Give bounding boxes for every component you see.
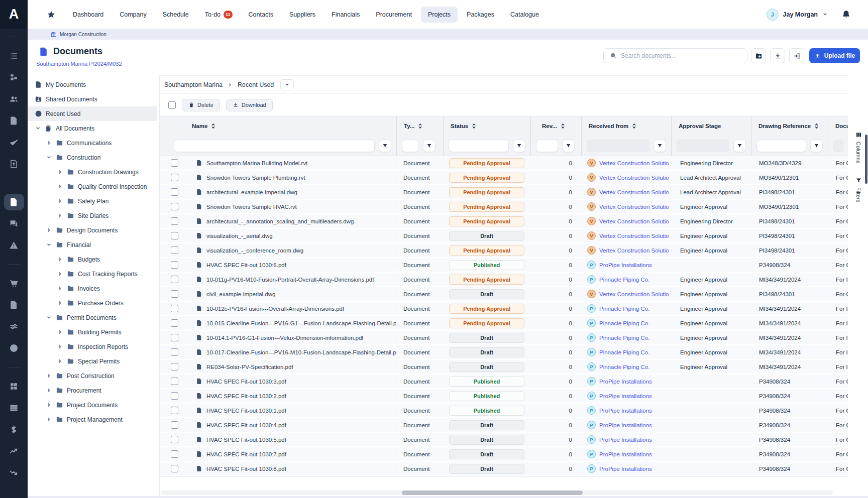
row-checkbox[interactable] [171, 232, 178, 239]
rail-item-trend-down[interactable] [0, 462, 28, 483]
table-row[interactable]: visualization_-_conference_room.dwg Docu… [160, 243, 848, 258]
breadcrumb-parent[interactable]: Southampton Marina [164, 81, 223, 88]
row-checkbox[interactable] [171, 305, 178, 312]
vendor-link[interactable]: ProPipe Installations [599, 379, 652, 385]
vendor-link[interactable]: Pinnacle Piping Co. [599, 277, 649, 283]
file-name[interactable]: 10-017-Clearline-Fusion---PV16-M10-Fusio… [206, 349, 396, 355]
sort-icon[interactable] [560, 122, 566, 130]
download-all-button[interactable] [770, 48, 785, 63]
sort-icon[interactable] [631, 122, 637, 130]
filter-input[interactable] [833, 140, 843, 152]
row-checkbox[interactable] [171, 261, 178, 269]
rail-item-file-upload[interactable] [0, 153, 28, 175]
table-row[interactable]: HVAC SPEC Fit-out 1030:2.pdf Document Pu… [160, 389, 848, 404]
nav-item-procurement[interactable]: Procurement [369, 7, 419, 23]
rail-item-grid[interactable] [0, 376, 28, 397]
tree-item-special-permits[interactable]: Special Permits [28, 354, 157, 368]
filter-funnel-button[interactable] [810, 140, 823, 152]
tree-item-safety-plan[interactable]: Safety Plan [28, 194, 157, 208]
row-checkbox[interactable] [171, 465, 178, 472]
table-row[interactable]: HVAC SPEC Fit-out 1030:6.pdf Document Pu… [160, 258, 848, 273]
file-name[interactable]: 10-014.1-PV16-G1-Fusion---Velux-Dimensio… [206, 335, 364, 341]
file-name[interactable]: architectural_-_annotation_scaling_and_m… [206, 218, 354, 224]
rail-item-doc[interactable] [0, 191, 28, 213]
vendor-link[interactable]: ProPipe Installations [599, 466, 652, 472]
sort-icon[interactable] [210, 122, 216, 130]
tree-item-invoices[interactable]: Invoices [28, 281, 157, 296]
row-checkbox[interactable] [171, 450, 178, 458]
tree-item-all-documents[interactable]: All Documents [28, 121, 157, 136]
row-checkbox[interactable] [171, 363, 178, 370]
export-button[interactable] [789, 48, 804, 63]
vendor-link[interactable]: Vertex Construction Solutions [599, 175, 669, 181]
download-button[interactable]: Download [226, 99, 273, 111]
nav-item-financials[interactable]: Financials [324, 7, 367, 23]
vendor-link[interactable]: ProPipe Installations [599, 393, 652, 399]
rail-item-clock[interactable] [0, 337, 28, 359]
row-checkbox[interactable] [171, 159, 178, 167]
filter-funnel-button[interactable] [733, 140, 746, 152]
vendor-link[interactable]: Pinnacle Piping Co. [599, 349, 649, 355]
file-name[interactable]: HVAC SPEC Fit-out 1030:5.pdf [206, 437, 286, 443]
user-menu[interactable]: J Jay Morgan [767, 9, 828, 21]
table-row[interactable]: HVAC SPEC Fit-out 1030:4.pdf Document Dr… [160, 418, 848, 433]
table-row[interactable]: HVAC SPEC Fit-out 1030:3.pdf Document Pu… [160, 375, 848, 389]
column-header-name[interactable]: Name [189, 116, 396, 136]
vendor-link[interactable]: Vertex Construction Solutions [599, 233, 669, 239]
rail-item-dollar[interactable] [0, 419, 28, 440]
tree-item-site-diaries[interactable]: Site Diaries [28, 208, 157, 223]
file-name[interactable]: RE034-Solar-PV-Specification.pdf [206, 364, 293, 370]
file-name[interactable]: Southampton Marina Building Model.rvt [206, 160, 307, 166]
filter-funnel-button[interactable] [379, 140, 391, 152]
row-checkbox[interactable] [171, 276, 178, 283]
row-checkbox[interactable] [171, 246, 178, 254]
tree-item-purchase-orders[interactable]: Purchase Orders [28, 296, 157, 310]
file-name[interactable]: 10-011g-PV16-M10-Fusion-Portrait-Overall… [206, 277, 374, 283]
filter-input[interactable] [402, 140, 419, 152]
vendor-link[interactable]: Vertex Construction Solutions [599, 204, 669, 210]
breadcrumb-current[interactable]: Recent Used [238, 81, 274, 88]
nav-item-to-do[interactable]: To-do 11 [198, 6, 240, 23]
nav-item-schedule[interactable]: Schedule [156, 7, 196, 23]
rail-item-check[interactable] [0, 132, 28, 153]
sort-icon[interactable] [471, 122, 477, 130]
table-row[interactable]: HVAC SPEC Fit-out 1030:1.pdf Document Pu… [160, 404, 848, 418]
tree-item-design-documents[interactable]: Design Documents [28, 223, 157, 237]
row-checkbox[interactable] [171, 334, 178, 341]
row-checkbox[interactable] [171, 174, 178, 181]
file-name[interactable]: civil_example-imperial.dwg [206, 291, 275, 297]
table-row[interactable]: 10-015-Clearline-Fusion---PV16-G1---Fusi… [160, 316, 848, 331]
column-header-received-from[interactable]: Received from [581, 116, 671, 136]
filter-input[interactable] [449, 140, 509, 152]
vendor-link[interactable]: ProPipe Installations [599, 262, 652, 268]
nav-item-catalogue[interactable]: Catalogue [503, 7, 546, 23]
vendor-link[interactable]: Vertex Construction Solutions [599, 247, 669, 254]
tree-item-project-management[interactable]: Project Management [28, 412, 157, 427]
filter-input[interactable] [587, 140, 649, 152]
project-link[interactable]: Southampton Marina P/2024/M032 [36, 61, 122, 67]
table-row[interactable]: visualization_-_aerial.dwg Document Draf… [160, 229, 848, 243]
delete-button[interactable]: Delete [182, 99, 220, 111]
tree-item-construction[interactable]: Construction [28, 150, 157, 165]
vendor-link[interactable]: Pinnacle Piping Co. [599, 335, 649, 341]
vendor-link[interactable]: Vertex Construction Solutions [599, 291, 669, 297]
row-checkbox[interactable] [171, 407, 178, 414]
select-all-checkbox[interactable] [168, 101, 176, 109]
filter-input[interactable] [756, 140, 806, 152]
file-name[interactable]: 10-015-Clearline-Fusion---PV16-G1---Fusi… [206, 320, 396, 326]
tree-item-shared-documents[interactable]: Shared Documents [28, 92, 157, 106]
file-name[interactable]: visualization_-_conference_room.dwg [206, 247, 303, 254]
vendor-link[interactable]: Pinnacle Piping Co. [599, 306, 649, 312]
file-name[interactable]: HVAC SPEC Fit-out 1030:8.pdf [206, 466, 286, 472]
file-name[interactable]: HVAC SPEC Fit-out 1030:3.pdf [206, 379, 286, 385]
nav-item-suppliers[interactable]: Suppliers [282, 7, 322, 23]
tree-item-quality-control-inspection[interactable]: Quality Control Inspection [28, 179, 157, 194]
new-folder-button[interactable] [751, 48, 766, 63]
row-checkbox[interactable] [171, 188, 178, 196]
tree-item-project-documents[interactable]: Project Documents [28, 398, 157, 412]
breadcrumb-dropdown-button[interactable] [280, 79, 294, 90]
file-name[interactable]: visualization_-_aerial.dwg [206, 233, 273, 239]
row-checkbox[interactable] [171, 319, 178, 327]
rail-item-users[interactable] [0, 88, 28, 110]
rail-item-chat[interactable] [0, 213, 28, 234]
